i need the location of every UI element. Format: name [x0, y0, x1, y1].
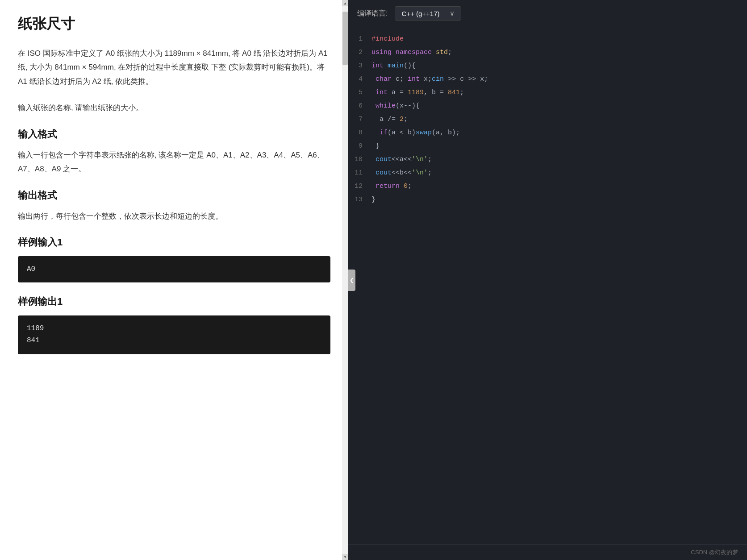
- scrollbar-track: [342, 6, 348, 554]
- problem-description: 在 ISO 国际标准中定义了 A0 纸张的大小为 1189mm × 841mm,…: [18, 46, 330, 88]
- line-content: int a = 1189, b = 841;: [371, 87, 747, 99]
- line-number: 12: [348, 180, 371, 193]
- table-row[interactable]: 7 a /= 2;: [348, 113, 747, 126]
- table-row[interactable]: 8 if(a < b)swap(a, b);: [348, 126, 747, 140]
- line-number: 3: [348, 60, 371, 72]
- problem-content[interactable]: 纸张尺寸 在 ISO 国际标准中定义了 A0 纸张的大小为 1189mm × 8…: [0, 0, 348, 560]
- right-panel: 编译语言: C++ (g++17)∨ 1#include2using names…: [348, 0, 747, 560]
- line-number: 11: [348, 167, 371, 179]
- collapse-button[interactable]: ❮: [348, 270, 355, 291]
- code-editor[interactable]: 1#include2using namespace std;3int main(…: [348, 27, 747, 544]
- sample-input-value: A0: [27, 265, 35, 273]
- line-content: }: [371, 194, 747, 206]
- table-row[interactable]: 1#include: [348, 33, 747, 46]
- sample-output-block: 1189841: [18, 315, 330, 354]
- line-number: 6: [348, 100, 371, 112]
- line-number: 10: [348, 153, 371, 166]
- line-number: 13: [348, 194, 371, 206]
- output-format-title: 输出格式: [18, 189, 330, 202]
- table-row[interactable]: 10 cout<<a<<'\n';: [348, 153, 747, 166]
- right-header: 编译语言: C++ (g++17)∨: [348, 0, 747, 27]
- line-content: return 0;: [371, 180, 747, 193]
- input-format-body: 输入一行包含一个字符串表示纸张的名称, 该名称一定是 A0、A1、A2、A3、A…: [18, 148, 330, 176]
- line-number: 4: [348, 73, 371, 86]
- line-content: cout<<a<<'\n';: [371, 153, 747, 166]
- scrollbar-thumb[interactable]: [342, 12, 348, 65]
- line-content: a /= 2;: [371, 113, 747, 126]
- collapse-icon: ❮: [350, 277, 354, 283]
- left-panel: 纸张尺寸 在 ISO 国际标准中定义了 A0 纸张的大小为 1189mm × 8…: [0, 0, 348, 560]
- line-content: }: [371, 140, 747, 153]
- table-row[interactable]: 6 while(x--){: [348, 100, 747, 113]
- table-row[interactable]: 4 char c; int x;cin >> c >> x;: [348, 73, 747, 86]
- line-number: 7: [348, 113, 371, 126]
- line-number: 9: [348, 140, 371, 153]
- line-number: 1: [348, 33, 371, 46]
- chevron-down-icon: ∨: [450, 9, 455, 17]
- table-row[interactable]: 11 cout<<b<<'\n';: [348, 166, 747, 180]
- output-format-body: 输出两行，每行包含一个整数，依次表示长边和短边的长度。: [18, 209, 330, 223]
- scroll-down-btn[interactable]: ▼: [342, 554, 348, 560]
- footer-text: CSDN @幻夜的梦: [691, 549, 738, 556]
- table-row[interactable]: 3int main(){: [348, 59, 747, 73]
- left-scrollbar[interactable]: ▲ ▼: [342, 0, 348, 560]
- sample-output-title: 样例输出1: [18, 295, 330, 308]
- table-row[interactable]: 2using namespace std;: [348, 46, 747, 59]
- scroll-up-btn[interactable]: ▲: [342, 0, 348, 6]
- sample-output-value: 1189841: [27, 324, 44, 344]
- sample-input-title: 样例输入1: [18, 236, 330, 249]
- line-number: 2: [348, 46, 371, 59]
- lang-select-dropdown[interactable]: C++ (g++17)∨: [395, 6, 461, 21]
- right-footer: CSDN @幻夜的梦: [348, 544, 747, 560]
- lang-label: 编译语言:: [357, 9, 388, 18]
- input-format-title: 输入格式: [18, 128, 330, 141]
- sample-input-block: A0: [18, 256, 330, 282]
- table-row[interactable]: 5 int a = 1189, b = 841;: [348, 86, 747, 100]
- page-title: 纸张尺寸: [18, 14, 330, 34]
- line-content: cout<<b<<'\n';: [371, 167, 747, 179]
- input-prompt: 输入纸张的名称, 请输出纸张的大小。: [18, 101, 330, 115]
- table-row[interactable]: 9 }: [348, 140, 747, 153]
- lang-select-value: C++ (g++17): [401, 10, 439, 17]
- line-content: char c; int x;cin >> c >> x;: [371, 73, 747, 86]
- line-content: using namespace std;: [371, 46, 747, 59]
- line-content: int main(){: [371, 60, 747, 72]
- line-content: #include: [371, 33, 747, 46]
- line-content: while(x--){: [371, 100, 747, 112]
- line-content: if(a < b)swap(a, b);: [371, 127, 747, 139]
- line-number: 5: [348, 87, 371, 99]
- table-row[interactable]: 12 return 0;: [348, 180, 747, 193]
- line-number: 8: [348, 127, 371, 139]
- table-row[interactable]: 13}: [348, 193, 747, 207]
